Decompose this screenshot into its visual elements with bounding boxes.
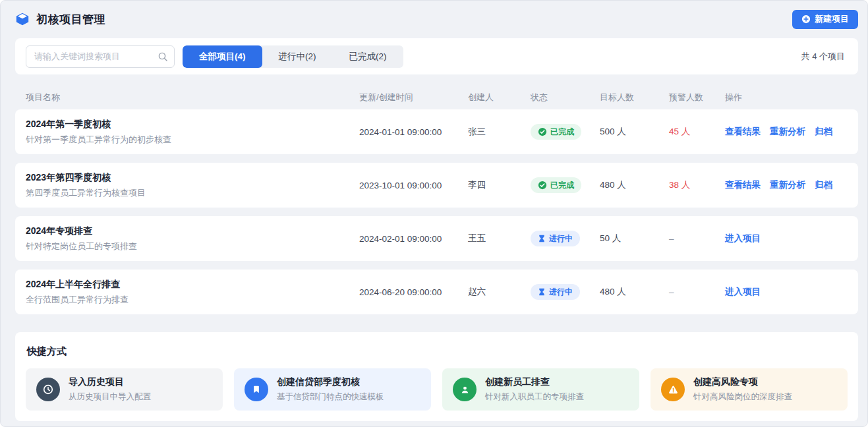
project-filter-tabs: 全部项目(4)进行中(2)已完成(2)	[183, 45, 403, 68]
shortcut-text: 创建新员工排查针对新入职员工的专项排查	[485, 376, 584, 403]
column-header: 创建人	[468, 92, 531, 103]
shortcut-cards: 导入历史项目从历史项目中导入配置创建信贷部季度初核基于信贷部门特点的快速模板创建…	[26, 368, 848, 411]
project-management-page: 初核项目管理 新建项目 全部项目(4)进行中(2)已完成(2)	[0, 0, 868, 427]
table-row: 2024年专项排查针对特定岗位员工的专项排查2024-02-01 09:00:0…	[15, 216, 858, 261]
project-time: 2024-02-01 09:00:00	[359, 234, 468, 244]
search-input[interactable]	[26, 45, 175, 68]
target-count: 480 人	[600, 179, 669, 191]
status-cell: 进行中	[531, 231, 600, 246]
plus-circle-icon	[801, 14, 811, 24]
column-header: 更新/创建时间	[359, 92, 468, 103]
project-name: 2024年第一季度初核	[26, 119, 359, 130]
project-name-cell: 2023年第四季度初核第四季度员工异常行为核查项目	[26, 172, 359, 199]
table-row: 2023年第四季度初核第四季度员工异常行为核查项目2023-10-01 09:0…	[15, 163, 858, 208]
actions-cell: 查看结果重新分析归档	[725, 179, 848, 191]
target-count: 50 人	[600, 233, 669, 244]
warning-cell: –	[669, 287, 725, 297]
status-cell: 进行中	[531, 284, 600, 300]
tab-all-projects[interactable]: 全部项目(4)	[183, 45, 262, 68]
row-action-link[interactable]: 重新分析	[770, 180, 805, 190]
warning-count: 45 人	[669, 127, 690, 136]
shortcut-credit-quarterly[interactable]: 创建信贷部季度初核基于信贷部门特点的快速模板	[234, 368, 431, 411]
clock-icon	[36, 378, 60, 401]
shortcut-import-history[interactable]: 导入历史项目从历史项目中导入配置	[26, 368, 223, 411]
new-project-button[interactable]: 新建项目	[792, 10, 858, 29]
warning-count: –	[669, 287, 674, 297]
shortcut-title: 创建高风险专项	[693, 376, 792, 388]
column-header: 预警人数	[669, 92, 725, 103]
target-count: 500 人	[600, 126, 669, 138]
project-creator: 赵六	[468, 286, 531, 298]
shortcuts-title: 快捷方式	[27, 345, 848, 358]
status-badge: 已完成	[531, 177, 581, 193]
project-description: 针对特定岗位员工的专项排查	[26, 241, 359, 252]
status-label: 进行中	[549, 233, 573, 244]
project-table: 2024年第一季度初核针对第一季度员工异常行为的初步核查2024-01-01 0…	[15, 109, 858, 314]
shortcut-description: 从历史项目中导入配置	[69, 391, 151, 403]
row-action-link[interactable]: 归档	[815, 180, 832, 190]
project-creator: 张三	[468, 126, 531, 138]
project-creator: 李四	[468, 179, 531, 191]
project-name: 2024年上半年全行排查	[26, 279, 359, 291]
target-count: 480 人	[600, 286, 669, 298]
top-bar: 初核项目管理 新建项目	[1, 1, 867, 38]
row-action-link[interactable]: 查看结果	[725, 127, 761, 136]
project-time: 2024-01-01 09:00:00	[359, 127, 468, 137]
page-title: 初核项目管理	[36, 12, 105, 27]
project-description: 第四季度员工异常行为核查项目	[26, 187, 359, 199]
row-action-link[interactable]: 归档	[815, 127, 832, 136]
project-name-cell: 2024年专项排查针对特定岗位员工的专项排查	[26, 225, 359, 252]
row-action-link[interactable]: 重新分析	[770, 127, 805, 136]
shortcut-title: 创建新员工排查	[485, 376, 584, 388]
table-row: 2024年上半年全行排查全行范围员工异常行为排查2024-06-20 09:00…	[15, 270, 858, 314]
actions-cell: 进入项目	[725, 286, 848, 298]
project-description: 全行范围员工异常行为排查	[26, 294, 359, 306]
column-header: 操作	[725, 92, 848, 103]
warning-icon	[661, 378, 685, 401]
warning-cell: 45 人	[669, 126, 725, 138]
status-label: 已完成	[550, 127, 574, 138]
hourglass-icon	[538, 235, 546, 242]
tab-in-progress[interactable]: 进行中(2)	[262, 45, 333, 68]
status-badge: 进行中	[531, 284, 580, 300]
column-header: 目标人数	[600, 92, 669, 103]
status-cell: 已完成	[531, 124, 600, 140]
project-name: 2023年第四季度初核	[26, 172, 359, 184]
warning-count: –	[669, 234, 674, 244]
project-name-cell: 2024年第一季度初核针对第一季度员工异常行为的初步核查	[26, 119, 359, 146]
shortcuts-panel: 快捷方式 导入历史项目从历史项目中导入配置创建信贷部季度初核基于信贷部门特点的快…	[15, 332, 858, 421]
search-box	[26, 45, 175, 68]
row-action-link[interactable]: 进入项目	[725, 233, 761, 243]
actions-cell: 进入项目	[725, 233, 848, 244]
shortcut-text: 导入历史项目从历史项目中导入配置	[69, 376, 151, 403]
shortcut-description: 针对高风险岗位的深度排查	[693, 391, 792, 403]
check-circle-icon	[538, 127, 547, 136]
search-icon	[158, 51, 168, 62]
project-description: 针对第一季度员工异常行为的初步核查	[26, 134, 359, 146]
actions-cell: 查看结果重新分析归档	[725, 126, 848, 138]
column-header: 项目名称	[26, 92, 359, 103]
status-badge: 进行中	[531, 231, 580, 246]
project-name: 2024年专项排查	[26, 225, 359, 237]
status-badge: 已完成	[531, 124, 581, 140]
shortcut-text: 创建高风险专项针对高风险岗位的深度排查	[693, 376, 792, 403]
tab-completed[interactable]: 已完成(2)	[333, 45, 403, 68]
warning-count: 38 人	[669, 180, 690, 190]
table-header: 项目名称更新/创建时间创建人状态目标人数预警人数操作	[15, 86, 858, 109]
project-time: 2023-10-01 09:00:00	[359, 181, 468, 190]
warning-cell: –	[669, 234, 725, 244]
status-label: 进行中	[549, 287, 573, 298]
hourglass-icon	[538, 288, 546, 296]
row-action-link[interactable]: 查看结果	[725, 180, 761, 190]
shortcut-high-risk[interactable]: 创建高风险专项针对高风险岗位的深度排查	[651, 368, 848, 411]
bookmark-icon	[245, 378, 268, 401]
project-name-cell: 2024年上半年全行排查全行范围员工异常行为排查	[26, 279, 359, 306]
toolbar: 全部项目(4)进行中(2)已完成(2) 共 4 个项目	[15, 38, 858, 74]
row-action-link[interactable]: 进入项目	[725, 287, 761, 297]
project-time: 2024-06-20 09:00:00	[359, 287, 468, 297]
shortcut-text: 创建信贷部季度初核基于信贷部门特点的快速模板	[277, 376, 384, 403]
shortcut-new-employee[interactable]: 创建新员工排查针对新入职员工的专项排查	[442, 368, 639, 411]
total-count: 共 4 个项目	[801, 51, 845, 63]
cube-icon	[15, 12, 30, 26]
shortcut-title: 创建信贷部季度初核	[277, 376, 384, 388]
